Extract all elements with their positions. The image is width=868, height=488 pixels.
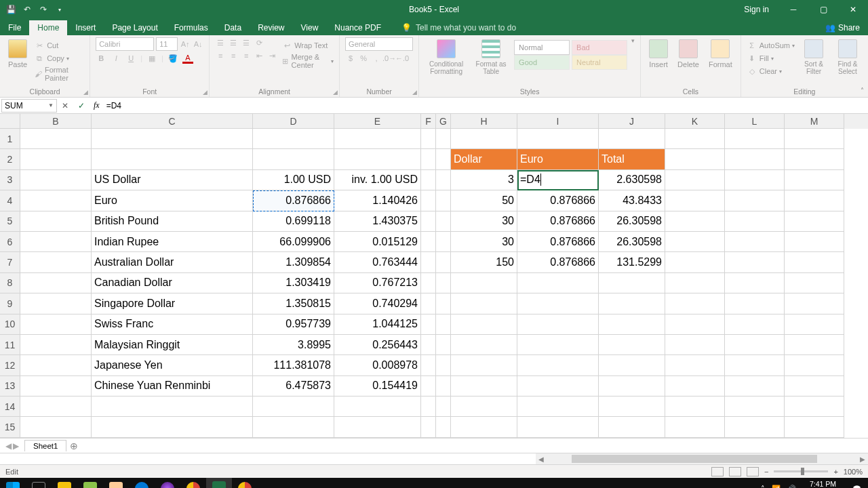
cell[interactable] bbox=[436, 170, 451, 190]
borders-icon[interactable]: ▦ bbox=[146, 53, 157, 64]
cell[interactable] bbox=[725, 252, 785, 272]
close-button[interactable]: ✕ bbox=[838, 0, 868, 19]
row-header[interactable]: 8 bbox=[0, 273, 20, 293]
cell[interactable] bbox=[421, 232, 436, 252]
cell[interactable] bbox=[665, 211, 725, 232]
col-header[interactable]: J bbox=[599, 114, 665, 129]
col-header[interactable]: M bbox=[785, 114, 844, 129]
cell[interactable] bbox=[785, 170, 844, 190]
cut-button[interactable]: ✂Cut bbox=[34, 40, 84, 51]
cell[interactable] bbox=[665, 396, 725, 417]
row-header[interactable]: 14 bbox=[0, 396, 20, 417]
decrease-decimal-icon[interactable]: ←.0 bbox=[397, 53, 408, 64]
cell[interactable] bbox=[665, 417, 725, 437]
cell[interactable] bbox=[599, 293, 665, 314]
scroll-left-icon[interactable]: ◀ bbox=[536, 455, 547, 463]
taskbar-app[interactable] bbox=[52, 478, 77, 488]
taskbar-edge[interactable] bbox=[129, 478, 155, 488]
cell[interactable] bbox=[665, 252, 725, 272]
cell[interactable] bbox=[517, 314, 599, 335]
scroll-right-icon[interactable]: ▶ bbox=[857, 455, 868, 463]
cell[interactable] bbox=[421, 273, 436, 293]
cell[interactable]: 111.381078 bbox=[253, 355, 334, 375]
cell[interactable] bbox=[451, 129, 517, 149]
cell[interactable]: Singapore Dollar bbox=[92, 293, 253, 314]
cell[interactable]: 3.8995 bbox=[253, 335, 334, 355]
cell[interactable] bbox=[665, 129, 725, 149]
cell[interactable] bbox=[725, 232, 785, 252]
cell[interactable] bbox=[599, 314, 665, 335]
cell[interactable]: Total bbox=[599, 149, 665, 169]
cell[interactable]: 150 bbox=[451, 252, 517, 272]
cell[interactable]: Australian Dollar bbox=[92, 252, 253, 272]
italic-button[interactable]: I bbox=[111, 53, 121, 64]
row-header[interactable]: 15 bbox=[0, 417, 20, 437]
cell[interactable] bbox=[92, 396, 253, 417]
taskbar-app[interactable] bbox=[103, 478, 129, 488]
cell[interactable] bbox=[725, 355, 785, 375]
cell[interactable] bbox=[725, 149, 785, 169]
cell[interactable] bbox=[517, 376, 599, 396]
font-size-select[interactable] bbox=[156, 37, 178, 51]
cell[interactable] bbox=[665, 190, 725, 211]
cell[interactable] bbox=[334, 417, 421, 437]
cell[interactable] bbox=[253, 417, 334, 437]
cell[interactable] bbox=[436, 273, 451, 293]
currency-icon[interactable]: $ bbox=[345, 53, 356, 64]
cell[interactable]: Swiss Franc bbox=[92, 314, 253, 335]
col-header[interactable]: E bbox=[334, 114, 421, 129]
find-select-button[interactable]: Find & Select bbox=[833, 37, 863, 77]
normal-view-icon[interactable] bbox=[711, 467, 724, 476]
row-header[interactable]: 13 bbox=[0, 376, 20, 396]
dialog-launcher-icon[interactable]: ◢ bbox=[203, 89, 208, 96]
indent-decrease-icon[interactable]: ⇤ bbox=[254, 50, 264, 61]
row-header[interactable]: 10 bbox=[0, 314, 20, 335]
dialog-launcher-icon[interactable]: ◢ bbox=[333, 89, 338, 96]
cell[interactable]: 1.303419 bbox=[253, 273, 334, 293]
cell[interactable] bbox=[517, 396, 599, 417]
cell[interactable] bbox=[725, 396, 785, 417]
maximize-button[interactable]: ▢ bbox=[808, 0, 838, 19]
cell[interactable] bbox=[517, 273, 599, 293]
cell[interactable] bbox=[517, 335, 599, 355]
cell[interactable] bbox=[436, 149, 451, 169]
align-right-icon[interactable]: ≡ bbox=[241, 50, 252, 61]
col-header[interactable]: I bbox=[517, 114, 599, 129]
cell[interactable]: 0.767213 bbox=[334, 273, 421, 293]
row-header[interactable]: 11 bbox=[0, 335, 20, 355]
cell[interactable] bbox=[421, 417, 436, 437]
number-format-select[interactable] bbox=[345, 37, 413, 51]
fill-color-icon[interactable]: 🪣 bbox=[167, 53, 178, 64]
cell[interactable] bbox=[436, 314, 451, 335]
cell[interactable] bbox=[785, 252, 844, 272]
cell[interactable] bbox=[421, 293, 436, 314]
cell[interactable]: 1.309854 bbox=[253, 252, 334, 272]
cell[interactable] bbox=[20, 190, 92, 211]
cell[interactable] bbox=[20, 252, 92, 272]
select-all-corner[interactable] bbox=[0, 114, 20, 129]
cell[interactable]: Dollar bbox=[451, 149, 517, 169]
col-header[interactable]: L bbox=[725, 114, 785, 129]
cell[interactable] bbox=[20, 129, 92, 149]
cell[interactable] bbox=[334, 129, 421, 149]
notifications-icon[interactable]: 💬 bbox=[848, 485, 865, 489]
minimize-button[interactable]: ─ bbox=[778, 0, 808, 19]
cell[interactable] bbox=[436, 293, 451, 314]
cell[interactable] bbox=[785, 355, 844, 375]
font-color-icon[interactable]: A bbox=[182, 53, 193, 64]
cell[interactable] bbox=[20, 293, 92, 314]
sign-in-button[interactable]: Sign in bbox=[734, 5, 778, 14]
cell[interactable] bbox=[436, 252, 451, 272]
cell[interactable] bbox=[436, 335, 451, 355]
cell[interactable] bbox=[436, 355, 451, 375]
cell[interactable] bbox=[20, 376, 92, 396]
horizontal-scrollbar[interactable]: ◀ ▶ bbox=[536, 453, 868, 464]
row-header[interactable]: 3 bbox=[0, 170, 20, 190]
cell[interactable] bbox=[92, 129, 253, 149]
paste-button[interactable]: Paste bbox=[5, 37, 30, 70]
row-header[interactable]: 9 bbox=[0, 293, 20, 314]
taskbar-chrome-2[interactable] bbox=[232, 478, 258, 488]
wrap-text-button[interactable]: ↩Wrap Text bbox=[281, 40, 334, 51]
cell[interactable] bbox=[725, 335, 785, 355]
cell[interactable] bbox=[436, 396, 451, 417]
